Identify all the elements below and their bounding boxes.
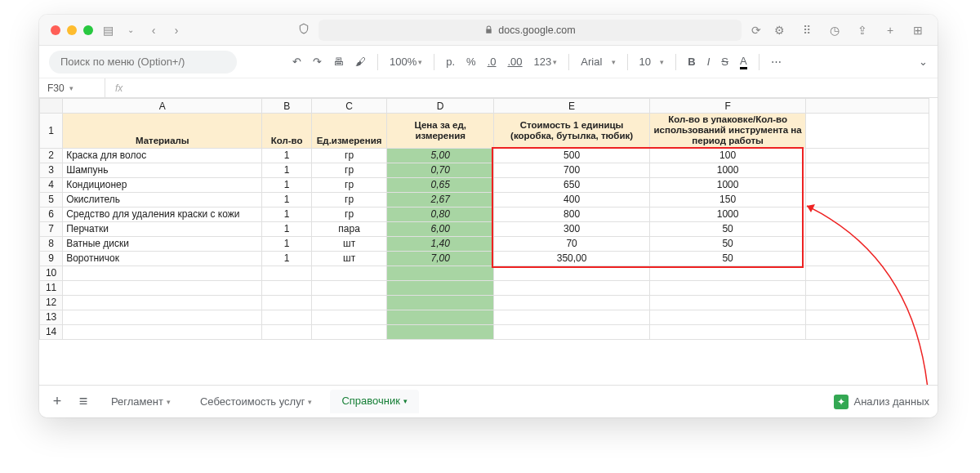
- cell[interactable]: 300: [494, 221, 650, 236]
- cell[interactable]: [650, 280, 806, 295]
- font-dropdown[interactable]: Arial ▾: [581, 56, 615, 68]
- cell[interactable]: 1: [262, 207, 311, 221]
- cell[interactable]: 50: [650, 251, 806, 266]
- cell[interactable]: Кондиционер: [63, 177, 262, 192]
- cell[interactable]: [650, 324, 806, 339]
- row-header[interactable]: 9: [40, 251, 63, 266]
- cell[interactable]: [806, 236, 929, 251]
- row-header[interactable]: 11: [40, 280, 63, 295]
- cell[interactable]: [63, 266, 262, 280]
- undo-button[interactable]: ↶: [292, 56, 301, 68]
- sheet-tab-1[interactable]: Регламент ▾: [100, 390, 182, 413]
- redo-button[interactable]: ↷: [313, 56, 322, 68]
- row-header[interactable]: 8: [40, 236, 63, 251]
- currency-button[interactable]: р.: [446, 56, 455, 68]
- cell[interactable]: [650, 266, 806, 280]
- cell[interactable]: [63, 295, 262, 310]
- cell[interactable]: 500: [494, 148, 650, 163]
- cell[interactable]: [806, 207, 929, 221]
- cell[interactable]: 1: [262, 163, 311, 177]
- history-icon[interactable]: ◷: [826, 24, 843, 37]
- select-all-corner[interactable]: [40, 99, 63, 114]
- spreadsheet-grid[interactable]: A B C D E F 1 Материалы Кол-во Ед.измере…: [39, 98, 938, 385]
- row-header[interactable]: 5: [40, 192, 63, 207]
- formula-input[interactable]: [122, 78, 938, 97]
- header-blank[interactable]: [806, 114, 929, 149]
- cell[interactable]: [63, 310, 262, 324]
- cell[interactable]: 1: [262, 236, 311, 251]
- cell[interactable]: 1: [262, 192, 311, 207]
- cell[interactable]: 100: [650, 148, 806, 163]
- header-materials[interactable]: Материалы: [63, 114, 262, 149]
- cell[interactable]: [806, 310, 929, 324]
- cell[interactable]: [806, 324, 929, 339]
- font-size-dropdown[interactable]: 10 ▾: [639, 56, 665, 68]
- cell[interactable]: 1000: [650, 207, 806, 221]
- cell[interactable]: [63, 324, 262, 339]
- minimize-window[interactable]: [67, 25, 77, 35]
- cell[interactable]: [387, 266, 494, 280]
- row-header[interactable]: 12: [40, 295, 63, 310]
- cell[interactable]: [311, 310, 387, 324]
- add-sheet-button[interactable]: +: [47, 393, 67, 410]
- cell[interactable]: 70: [494, 236, 650, 251]
- cell[interactable]: [387, 310, 494, 324]
- header-unit[interactable]: Ед.измерения: [311, 114, 387, 149]
- cell[interactable]: 1,40: [387, 236, 494, 251]
- row-header[interactable]: 13: [40, 310, 63, 324]
- cell[interactable]: 700: [494, 163, 650, 177]
- cell[interactable]: [806, 280, 929, 295]
- new-tab-icon[interactable]: +: [882, 24, 898, 37]
- header-pack[interactable]: Кол-во в упаковке/Кол-во использований и…: [650, 114, 806, 149]
- cell[interactable]: [806, 251, 929, 266]
- shield-icon[interactable]: [296, 23, 312, 37]
- cell[interactable]: [806, 295, 929, 310]
- cell[interactable]: [63, 280, 262, 295]
- row-header[interactable]: 3: [40, 163, 63, 177]
- strike-button[interactable]: S: [721, 56, 728, 68]
- menu-search-input[interactable]: [49, 51, 237, 74]
- cell[interactable]: пара: [311, 221, 387, 236]
- cell[interactable]: [494, 295, 650, 310]
- cell[interactable]: 800: [494, 207, 650, 221]
- cell[interactable]: 650: [494, 177, 650, 192]
- cell[interactable]: [806, 148, 929, 163]
- text-color-button[interactable]: A: [740, 55, 747, 69]
- percent-button[interactable]: %: [466, 56, 476, 68]
- cell[interactable]: [806, 266, 929, 280]
- col-header-e[interactable]: E: [494, 99, 650, 114]
- cell[interactable]: 1: [262, 148, 311, 163]
- gear-icon[interactable]: ⚙: [771, 24, 787, 37]
- cell[interactable]: гр: [311, 192, 387, 207]
- cell[interactable]: [311, 266, 387, 280]
- row-header[interactable]: 14: [40, 324, 63, 339]
- tabs-overview-icon[interactable]: ⊞: [910, 24, 926, 37]
- cell[interactable]: [494, 266, 650, 280]
- cell[interactable]: [806, 192, 929, 207]
- cell[interactable]: гр: [311, 148, 387, 163]
- row-header[interactable]: 7: [40, 221, 63, 236]
- apps-grid-icon[interactable]: ⠿: [799, 24, 815, 37]
- col-header-b[interactable]: B: [262, 99, 311, 114]
- name-box[interactable]: F30 ▾: [39, 83, 105, 94]
- cell[interactable]: [262, 280, 311, 295]
- cell[interactable]: Перчатки: [63, 221, 262, 236]
- cell[interactable]: [262, 295, 311, 310]
- cell[interactable]: шт: [311, 236, 387, 251]
- cell[interactable]: Шампунь: [63, 163, 262, 177]
- cell[interactable]: 350,00: [494, 251, 650, 266]
- decimal-increase-button[interactable]: .00: [508, 56, 523, 68]
- cell[interactable]: 2,67: [387, 192, 494, 207]
- cell[interactable]: [650, 295, 806, 310]
- cell[interactable]: [650, 310, 806, 324]
- cell[interactable]: 6,00: [387, 221, 494, 236]
- cell[interactable]: [262, 324, 311, 339]
- sheet-tab-3[interactable]: Справочник ▾: [330, 390, 419, 413]
- row-header[interactable]: 6: [40, 207, 63, 221]
- cell[interactable]: [262, 266, 311, 280]
- zoom-dropdown[interactable]: 100% ▾: [390, 56, 422, 68]
- cell[interactable]: гр: [311, 177, 387, 192]
- address-bar[interactable]: docs.google.com: [318, 20, 742, 41]
- cell[interactable]: 1: [262, 177, 311, 192]
- cell[interactable]: [311, 295, 387, 310]
